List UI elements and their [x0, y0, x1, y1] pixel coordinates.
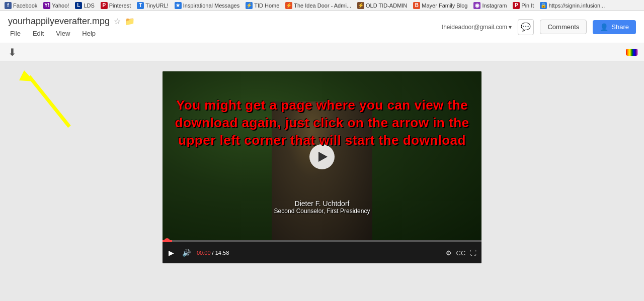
bookmark-instagram[interactable]: ◉ Instagram: [471, 2, 509, 10]
menu-help[interactable]: Help: [80, 29, 98, 38]
volume-icon[interactable]: 🔊: [180, 248, 193, 258]
share-label: Share: [611, 23, 629, 31]
share-person-icon: 👤: [600, 23, 608, 31]
time-current: 00:00: [197, 250, 211, 256]
bookmark-infusion-label: https://signin.infusion...: [548, 3, 605, 9]
user-email[interactable]: theideadoor@gmail.com: [442, 24, 512, 31]
bookmark-pinterest-label: Pinterest: [109, 3, 131, 9]
file-title: yourhappilyeverafter.mpg: [8, 16, 110, 27]
bookmark-tinyurl[interactable]: T TinyURL!: [134, 2, 171, 10]
main-content: You might get a page where you can view …: [0, 61, 644, 301]
tinyurl-icon: T: [137, 2, 144, 9]
bookmark-tinyurl-label: TinyURL!: [145, 3, 168, 9]
download-button[interactable]: ⬇: [6, 44, 19, 60]
bookmark-inspirational-label: Inspirational Messages: [183, 3, 240, 9]
blogger-icon: B: [413, 2, 420, 9]
old-tid-icon: ⚡: [357, 2, 364, 9]
bookmark-tid-home-label: TID Home: [254, 3, 279, 9]
yellow-arrow: [19, 66, 79, 134]
bookmark-pinit[interactable]: P Pin It: [510, 2, 536, 10]
infusion-icon: 🔒: [540, 2, 547, 9]
bookmarks-bar: f Facebook Y! Yahoo! L LDS P Pinterest T…: [0, 0, 644, 11]
svg-marker-1: [19, 70, 34, 81]
header: yourhappilyeverafter.mpg ☆ 📁 File Edit V…: [0, 11, 644, 43]
facebook-icon: f: [5, 2, 12, 9]
overlay-text-content: You might get a page where you can view …: [173, 96, 471, 149]
menu-edit[interactable]: Edit: [31, 29, 46, 38]
share-button[interactable]: 👤 Share: [593, 20, 636, 34]
play-triangle-icon: [318, 152, 328, 162]
menu-row: File Edit View Help: [8, 29, 135, 38]
rainbow-icon: [626, 49, 638, 56]
star-icon[interactable]: ☆: [114, 17, 121, 26]
bookmark-old-tid[interactable]: ⚡ OLD TID-ADMIN: [355, 2, 410, 10]
caption-title: Second Counselor, First Presidency: [274, 208, 370, 215]
svg-line-0: [29, 76, 69, 127]
idea-door-icon: ⚡: [285, 2, 292, 9]
comments-button[interactable]: Comments: [540, 20, 587, 34]
caption-area: Dieter F. Uchtdorf Second Counselor, Fir…: [274, 199, 370, 215]
chat-icon[interactable]: 💬: [518, 19, 534, 35]
video-controls: ▶ 🔊 00:00 / 14:58 ⚙ CC ⛶: [163, 242, 481, 263]
bookmark-idea-door[interactable]: ⚡ The Idea Door - Admi...: [283, 2, 354, 10]
yahoo-icon: Y!: [43, 2, 50, 9]
pinit-icon: P: [513, 2, 520, 9]
bookmark-infusion[interactable]: 🔒 https://signin.infusion...: [537, 2, 607, 10]
instagram-icon: ◉: [473, 2, 480, 9]
bookmark-pinterest[interactable]: P Pinterest: [98, 2, 133, 10]
title-row: yourhappilyeverafter.mpg ☆ 📁: [8, 16, 135, 27]
cc-icon[interactable]: CC: [456, 248, 465, 257]
settings-icon[interactable]: ⚙: [444, 248, 453, 257]
time-display: 00:00 / 14:58: [197, 250, 229, 256]
bookmark-idea-door-label: The Idea Door - Admi...: [294, 3, 351, 9]
bookmark-pinit-label: Pin It: [521, 3, 534, 9]
header-left: yourhappilyeverafter.mpg ☆ 📁 File Edit V…: [8, 16, 135, 38]
bookmark-yahoo[interactable]: Y! Yahoo!: [41, 2, 71, 10]
lds-icon: L: [75, 2, 82, 9]
bookmark-facebook[interactable]: f Facebook: [2, 2, 40, 10]
bookmark-instagram-label: Instagram: [482, 3, 507, 9]
caption-name: Dieter F. Uchtdorf: [274, 199, 370, 208]
bookmark-lds-label: LDS: [84, 3, 94, 9]
overlay-text-container: You might get a page where you can view …: [163, 96, 481, 149]
bookmark-mayer-blog-label: Mayer Family Blog: [422, 3, 467, 9]
bookmark-lds[interactable]: L LDS: [72, 2, 97, 10]
bookmark-yahoo-label: Yahoo!: [52, 3, 69, 9]
bookmark-facebook-label: Facebook: [13, 3, 37, 9]
bookmark-tid-home[interactable]: ⚡ TID Home: [243, 2, 282, 10]
controls-right: ⚙ CC ⛶: [444, 248, 477, 257]
bookmark-old-tid-label: OLD TID-ADMIN: [366, 3, 407, 9]
menu-file[interactable]: File: [8, 29, 23, 38]
menu-view[interactable]: View: [54, 29, 72, 38]
video-player[interactable]: You might get a page where you can view …: [163, 71, 481, 263]
fullscreen-icon[interactable]: ⛶: [468, 248, 477, 257]
header-right: theideadoor@gmail.com 💬 Comments 👤 Share: [442, 19, 636, 35]
play-pause-button[interactable]: ▶: [167, 248, 176, 258]
inspirational-icon: ★: [175, 2, 182, 9]
pinterest-icon: P: [101, 2, 108, 9]
toolbar: ⬇: [0, 43, 644, 61]
bookmark-mayer-blog[interactable]: B Mayer Family Blog: [411, 2, 470, 10]
tid-home-icon: ⚡: [246, 2, 253, 9]
folder-icon[interactable]: 📁: [125, 17, 135, 26]
video-frame: You might get a page where you can view …: [163, 71, 481, 242]
bookmark-inspirational[interactable]: ★ Inspirational Messages: [172, 2, 243, 10]
time-total: 14:58: [215, 250, 229, 256]
